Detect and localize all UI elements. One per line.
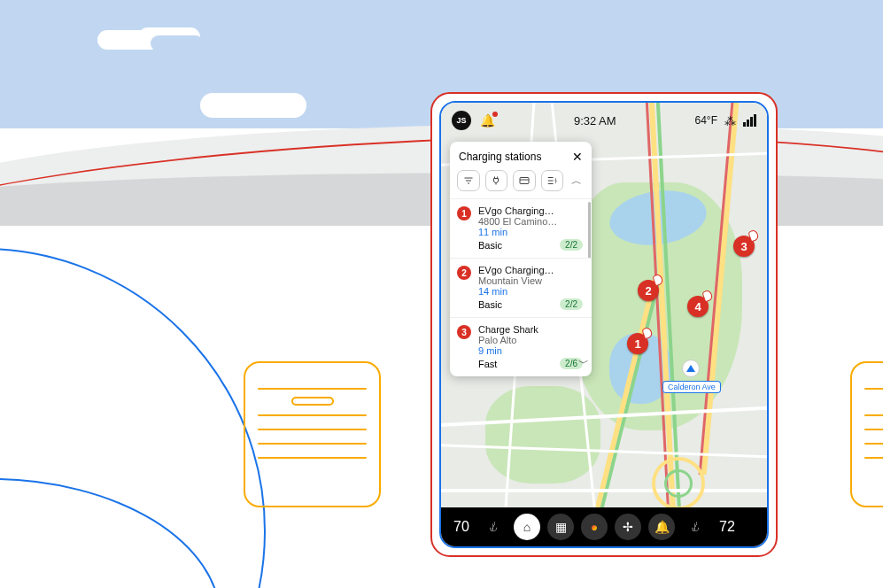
svg-rect-3	[520, 178, 529, 184]
cloud-decoration	[97, 30, 168, 50]
expand-list-button[interactable]: ﹀	[578, 356, 589, 371]
apps-button[interactable]: ▦	[547, 514, 574, 540]
result-name: EVgo Charging…	[478, 265, 583, 275]
result-number-badge: 3	[457, 325, 471, 339]
panel-title: Charging stations	[459, 151, 541, 163]
clock: 9:32 AM	[504, 114, 686, 128]
result-item-3[interactable]: 3 Charge Shark Palo Alto 9 min Fast2/6 ﹀	[450, 317, 592, 376]
result-number-badge: 2	[457, 266, 471, 280]
voice-assistant-button[interactable]: ●	[581, 514, 608, 540]
map-pin-4[interactable]: 4	[687, 296, 709, 317]
outside-temperature: 64°F	[695, 114, 717, 127]
filter-settings-button[interactable]	[457, 170, 480, 191]
signal-bars-icon	[743, 114, 756, 127]
driver-temperature[interactable]: 70	[450, 519, 473, 535]
fan-button[interactable]: ✢	[615, 514, 641, 540]
result-item-1[interactable]: 1 EVgo Charging… 4800 El Camino… 11 min …	[450, 198, 592, 258]
vehicle-control-bar: 70 ⫝̸ ⌂ ▦ ● ✢ 🔔 ⫝̸ 72	[441, 507, 767, 546]
notifications-button[interactable]: 🔔	[648, 514, 675, 540]
passenger-temperature[interactable]: 72	[716, 519, 739, 535]
status-bar: JS 🔔 9:32 AM 64°F ⁂	[441, 103, 767, 138]
air-vent-decoration	[244, 361, 381, 507]
map-pin-1[interactable]: 1	[627, 333, 648, 354]
result-eta: 9 min	[478, 345, 583, 356]
street-label: Calderon Ave	[662, 381, 721, 393]
search-results-panel: Charging stations ✕ ︿ 1 EVgo Charging… 4…	[450, 142, 592, 376]
tablet-screen: 1 2 3 4 Calderon Ave JS 🔔 9:32 AM 64°F ⁂…	[439, 101, 769, 548]
result-speed: Basic	[478, 299, 502, 310]
result-name: EVgo Charging…	[478, 205, 583, 216]
cloud-decoration	[200, 93, 306, 118]
notification-bell-icon[interactable]: 🔔	[480, 113, 495, 128]
result-speed: Basic	[478, 240, 502, 251]
bluetooth-icon: ⁂	[724, 114, 736, 128]
availability-badge: 2/2	[560, 239, 583, 251]
results-list[interactable]: 1 EVgo Charging… 4800 El Camino… 11 min …	[450, 198, 592, 376]
result-item-2[interactable]: 2 EVgo Charging… Mountain View 14 min Ba…	[450, 258, 592, 317]
result-address: Mountain View	[478, 275, 583, 286]
result-eta: 14 min	[478, 286, 583, 297]
result-address: Palo Alto	[478, 335, 583, 345]
map-pin-2[interactable]: 2	[638, 280, 659, 301]
seat-heat-right-icon[interactable]: ⫝̸	[682, 514, 709, 540]
result-number-badge: 1	[457, 206, 471, 220]
collapse-filters-button[interactable]: ︿	[569, 170, 585, 191]
close-icon[interactable]: ✕	[572, 150, 583, 164]
result-eta: 11 min	[478, 227, 583, 237]
filter-plug-button[interactable]	[485, 170, 508, 191]
user-avatar[interactable]: JS	[452, 111, 471, 130]
result-speed: Fast	[478, 359, 497, 369]
tablet-device: 1 2 3 4 Calderon Ave JS 🔔 9:32 AM 64°F ⁂…	[430, 92, 778, 557]
current-location-marker[interactable]	[682, 360, 700, 377]
air-vent-decoration	[850, 361, 883, 507]
filter-speed-button[interactable]	[541, 170, 564, 191]
seat-heat-left-icon[interactable]: ⫝̸	[480, 514, 507, 540]
home-button[interactable]: ⌂	[514, 514, 540, 540]
map-pin-3[interactable]: 3	[733, 236, 755, 257]
result-address: 4800 El Camino…	[478, 216, 583, 227]
result-name: Charge Shark	[478, 324, 583, 335]
availability-badge: 2/2	[560, 298, 583, 310]
filter-payment-button[interactable]	[513, 170, 536, 191]
